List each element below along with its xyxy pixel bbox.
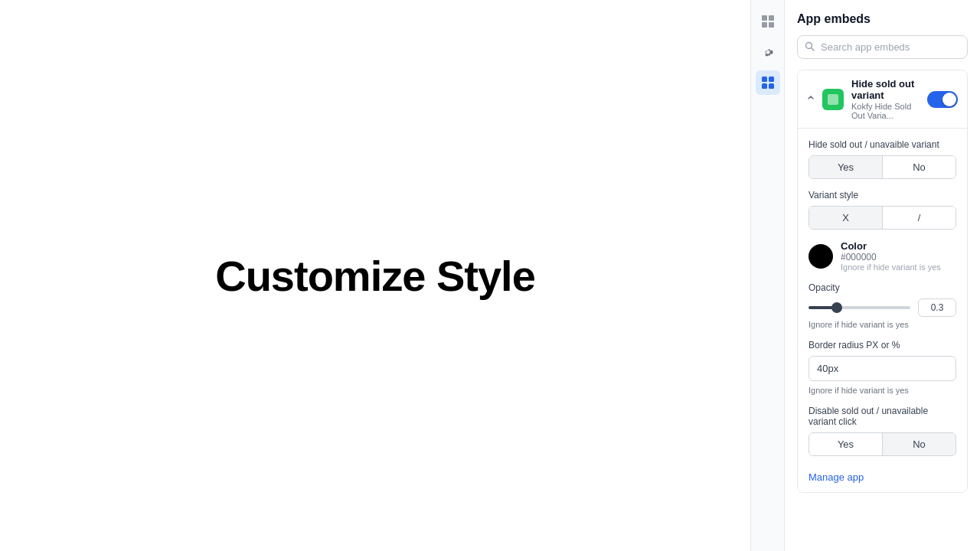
- color-row: Color #000000 Ignore if hide variant is …: [808, 240, 956, 272]
- slider-thumb: [831, 302, 842, 313]
- color-hex: #000000: [841, 252, 941, 262]
- toggle-switch[interactable]: [927, 91, 958, 108]
- color-info: Color #000000 Ignore if hide variant is …: [841, 240, 941, 272]
- opacity-input[interactable]: [918, 298, 956, 317]
- opacity-slider[interactable]: [808, 306, 910, 309]
- hide-variant-btn-group: Yes No: [808, 155, 956, 179]
- hide-variant-label: Hide sold out / unavaible variant: [808, 139, 956, 150]
- disable-click-btn-group: Yes No: [808, 432, 956, 456]
- panel-title: App embeds: [797, 12, 968, 26]
- canvas-area: Customize Style: [0, 0, 750, 551]
- variant-style-field: Variant style X /: [808, 190, 956, 230]
- app-icon-inner: [828, 94, 838, 105]
- embed-subtitle: Kokfy Hide Sold Out Varia...: [851, 102, 920, 120]
- search-input[interactable]: [797, 35, 968, 59]
- embed-name: Hide sold out variant: [851, 78, 920, 101]
- search-icon: [805, 41, 815, 54]
- svg-rect-4: [762, 77, 767, 82]
- svg-rect-6: [762, 83, 767, 89]
- embed-info: Hide sold out variant Kokfy Hide Sold Ou…: [851, 78, 920, 120]
- embed-item: Hide sold out variant Kokfy Hide Sold Ou…: [797, 70, 968, 493]
- opacity-field: Opacity Ignore if hide variant is yes: [808, 282, 956, 329]
- color-label: Color: [841, 240, 941, 252]
- collapse-button[interactable]: [807, 96, 815, 103]
- variant-style-btn-group: X /: [808, 206, 956, 230]
- hide-variant-no-button[interactable]: No: [882, 156, 956, 178]
- disable-click-label: Disable sold out / unavailable variant c…: [808, 406, 956, 427]
- embeds-panel: App embeds: [785, 0, 980, 551]
- svg-rect-2: [762, 22, 767, 28]
- disable-click-yes-button[interactable]: Yes: [809, 433, 882, 455]
- opacity-label: Opacity: [808, 282, 956, 293]
- toggle-knob: [942, 93, 956, 106]
- variant-x-button[interactable]: X: [809, 207, 882, 229]
- svg-rect-3: [769, 22, 774, 28]
- sidebar-icon-apps[interactable]: [756, 70, 780, 95]
- color-swatch[interactable]: [808, 244, 833, 269]
- svg-rect-1: [769, 15, 774, 21]
- svg-line-9: [812, 47, 815, 51]
- hide-variant-field: Hide sold out / unavaible variant Yes No: [808, 139, 956, 179]
- border-radius-label: Border radius PX or %: [808, 340, 956, 350]
- variant-slash-button[interactable]: /: [882, 207, 956, 229]
- hide-variant-yes-button[interactable]: Yes: [809, 156, 882, 178]
- canvas-title: Customize Style: [215, 251, 535, 301]
- embed-header: Hide sold out variant Kokfy Hide Sold Ou…: [798, 70, 967, 129]
- app-icon: [822, 89, 844, 110]
- embed-body: Hide sold out / unavaible variant Yes No…: [798, 129, 967, 492]
- variant-style-label: Variant style: [808, 190, 956, 201]
- opacity-note: Ignore if hide variant is yes: [808, 320, 956, 329]
- color-note: Ignore if hide variant is yes: [841, 262, 941, 272]
- border-radius-field: Border radius PX or % Ignore if hide var…: [808, 340, 956, 395]
- disable-click-field: Disable sold out / unavailable variant c…: [808, 406, 956, 456]
- sidebar-icon-gear[interactable]: [756, 40, 780, 64]
- svg-rect-0: [762, 15, 767, 21]
- icon-sidebar: [751, 0, 785, 551]
- sidebar-icon-table[interactable]: [756, 9, 780, 34]
- right-panel: App embeds: [750, 0, 980, 551]
- opacity-row: [808, 298, 956, 317]
- search-container: [797, 35, 968, 59]
- svg-rect-5: [769, 77, 774, 82]
- border-radius-note: Ignore if hide variant is yes: [808, 386, 956, 395]
- disable-click-no-button[interactable]: No: [882, 433, 956, 455]
- border-radius-input[interactable]: [808, 356, 956, 381]
- manage-app-link[interactable]: Manage app: [808, 471, 864, 483]
- svg-rect-7: [769, 83, 774, 89]
